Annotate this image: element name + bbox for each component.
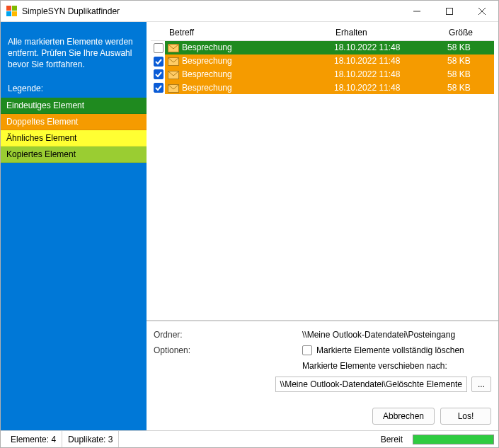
results-table: Betreff Erhalten Größe Besprechung18.10.… bbox=[151, 25, 494, 94]
row-size: 58 KB bbox=[444, 68, 494, 81]
header-subject[interactable]: Betreff bbox=[165, 25, 331, 41]
row-subject: Besprechung bbox=[179, 41, 331, 54]
status-ready: Bereit bbox=[375, 435, 408, 444]
row-subject: Besprechung bbox=[179, 68, 331, 81]
mail-icon bbox=[165, 41, 179, 54]
mail-icon bbox=[165, 54, 179, 68]
table-row[interactable]: Besprechung18.10.2022 11:4858 KB bbox=[151, 68, 494, 81]
move-path-input[interactable]: \\Meine Outlook-Datendatei\Gelöschte Ele… bbox=[275, 377, 467, 392]
maximize-button[interactable] bbox=[433, 1, 466, 22]
window-title: SimpleSYN Duplikatfinder bbox=[22, 6, 120, 16]
folder-value: \\Meine Outlook-Datendatei\Posteingang bbox=[302, 330, 491, 340]
app-icon bbox=[6, 6, 18, 17]
close-button[interactable] bbox=[466, 1, 498, 22]
row-checkbox-cell[interactable] bbox=[151, 54, 165, 68]
row-size: 58 KB bbox=[444, 41, 494, 54]
legend-similar: Ähnliches Element bbox=[1, 130, 147, 147]
svg-rect-1 bbox=[447, 8, 453, 14]
status-duplicates: Duplikate: 3 bbox=[62, 431, 119, 447]
go-button[interactable]: Los! bbox=[440, 408, 491, 425]
row-subject: Besprechung bbox=[179, 54, 331, 68]
options-label: Optionen: bbox=[154, 345, 302, 355]
row-received: 18.10.2022 11:48 bbox=[331, 68, 444, 81]
details-panel: Ordner: \\Meine Outlook-Datendatei\Poste… bbox=[147, 321, 498, 403]
main-panel: Betreff Erhalten Größe Besprechung18.10.… bbox=[147, 22, 498, 430]
table-row[interactable]: Besprechung18.10.2022 11:4858 KB bbox=[151, 54, 494, 68]
legend-unique: Eindeutiges Element bbox=[1, 98, 147, 114]
mail-icon bbox=[165, 81, 179, 94]
legend-duplicate: Doppeltes Element bbox=[1, 114, 147, 130]
row-checkbox[interactable] bbox=[154, 69, 164, 79]
legend-copied: Kopiertes Element bbox=[1, 147, 147, 163]
minimize-button[interactable] bbox=[401, 1, 433, 22]
legend-title: Legende: bbox=[1, 84, 147, 98]
row-size: 58 KB bbox=[444, 81, 494, 94]
move-label: Markierte Elemente verschieben nach: bbox=[302, 361, 491, 371]
row-checkbox[interactable] bbox=[154, 83, 164, 93]
folder-label: Ordner: bbox=[154, 330, 302, 340]
row-checkbox-cell[interactable] bbox=[151, 68, 165, 81]
table-row[interactable]: Besprechung18.10.2022 11:4858 KB bbox=[151, 41, 494, 54]
action-buttons: Abbrechen Los! bbox=[147, 403, 498, 430]
delete-checkbox-label: Markierte Elemente vollständig löschen bbox=[316, 345, 464, 355]
status-progress bbox=[413, 435, 494, 444]
mail-icon bbox=[165, 68, 179, 81]
row-checkbox-cell[interactable] bbox=[151, 81, 165, 94]
row-checkbox-cell[interactable] bbox=[151, 41, 165, 54]
header-checkbox[interactable] bbox=[151, 25, 165, 41]
results-table-area: Betreff Erhalten Größe Besprechung18.10.… bbox=[147, 22, 498, 321]
app-window: SimpleSYN Duplikatfinder Alle markierten… bbox=[0, 0, 499, 448]
row-checkbox[interactable] bbox=[154, 43, 164, 53]
table-header-row: Betreff Erhalten Größe bbox=[151, 25, 494, 41]
row-subject: Besprechung bbox=[179, 81, 331, 94]
cancel-button[interactable]: Abbrechen bbox=[372, 408, 435, 425]
status-elements: Elemente: 4 bbox=[5, 431, 62, 447]
row-received: 18.10.2022 11:48 bbox=[331, 54, 444, 68]
row-checkbox[interactable] bbox=[154, 57, 164, 67]
row-size: 58 KB bbox=[444, 54, 494, 68]
delete-checkbox[interactable] bbox=[302, 345, 312, 355]
table-row[interactable]: Besprechung18.10.2022 11:4858 KB bbox=[151, 81, 494, 94]
statusbar: Elemente: 4 Duplikate: 3 Bereit bbox=[1, 430, 498, 447]
titlebar: SimpleSYN Duplikatfinder bbox=[1, 1, 498, 22]
row-received: 18.10.2022 11:48 bbox=[331, 81, 444, 94]
sidebar-intro: Alle markierten Elemente werden entfernt… bbox=[1, 36, 147, 84]
row-received: 18.10.2022 11:48 bbox=[331, 41, 444, 54]
header-received[interactable]: Erhalten bbox=[331, 25, 444, 41]
header-size[interactable]: Größe bbox=[444, 25, 494, 41]
browse-button[interactable]: ... bbox=[471, 377, 491, 392]
sidebar: Alle markierten Elemente werden entfernt… bbox=[1, 22, 147, 430]
